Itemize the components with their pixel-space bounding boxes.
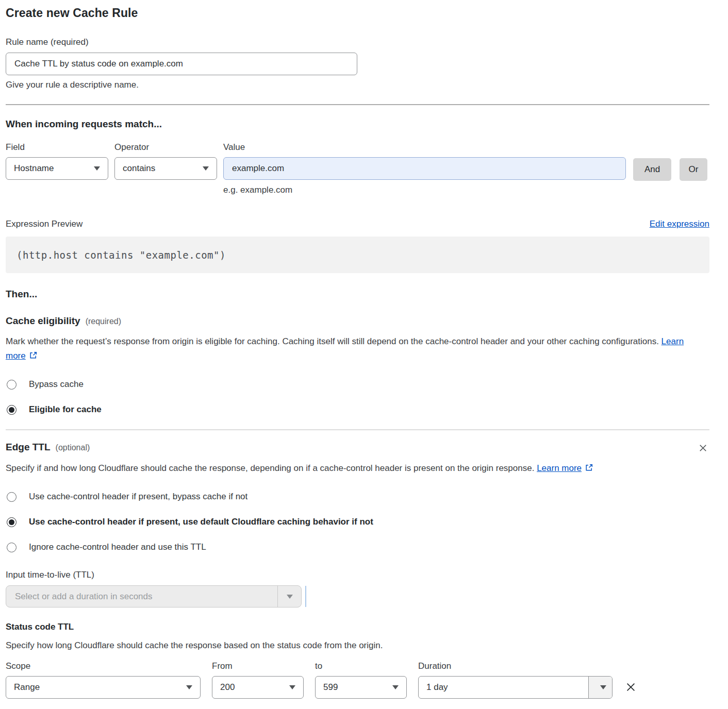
to-label: to	[315, 661, 407, 671]
from-select-value: 200	[220, 682, 235, 693]
or-button[interactable]: Or	[680, 158, 707, 181]
page-title: Create new Cache Rule	[6, 6, 709, 20]
scope-select-value: Range	[14, 682, 40, 693]
chevron-down-icon	[289, 685, 295, 689]
value-label: Value	[223, 142, 626, 153]
external-link-icon	[585, 462, 593, 477]
radio-option-ignore-header[interactable]: Ignore cache-control header and use this…	[6, 542, 709, 552]
operator-select-value: contains	[123, 163, 155, 174]
text-cursor	[305, 586, 306, 607]
radio-button[interactable]	[7, 543, 16, 552]
status-code-ttl-description: Specify how long Cloudflare should cache…	[6, 640, 709, 651]
radio-option-header-bypass[interactable]: Use cache-control header if present, byp…	[6, 492, 709, 502]
radio-label: Ignore cache-control header and use this…	[29, 542, 206, 552]
create-cache-rule-form: Create new Cache Rule Rule name (require…	[0, 0, 728, 709]
section-divider	[6, 429, 709, 430]
chevron-down-icon	[203, 166, 209, 171]
value-help: e.g. example.com	[223, 185, 626, 195]
edit-expression-link[interactable]: Edit expression	[650, 219, 709, 229]
remove-edge-ttl-button[interactable]	[697, 442, 709, 454]
and-button[interactable]: And	[633, 158, 671, 181]
radio-option-header-default[interactable]: Use cache-control header if present, use…	[6, 517, 709, 527]
rule-name-help: Give your rule a descriptive name.	[6, 80, 709, 90]
operator-label: Operator	[114, 142, 217, 153]
to-select-value: 599	[323, 682, 338, 693]
radio-button[interactable]	[7, 492, 16, 502]
to-select[interactable]: 599	[315, 676, 407, 699]
value-input[interactable]	[223, 157, 626, 180]
ttl-duration-select[interactable]: Select or add a duration in seconds	[6, 585, 302, 607]
chevron-down-icon	[94, 166, 100, 171]
field-label: Field	[6, 142, 108, 153]
required-tag: (required)	[86, 317, 121, 326]
external-link-icon	[29, 350, 38, 364]
expression-preview-label: Expression Preview	[6, 219, 82, 229]
chevron-down-icon	[186, 685, 192, 689]
scope-select[interactable]: Range	[6, 676, 201, 699]
chevron-down-icon[interactable]	[588, 677, 612, 698]
radio-option-bypass-cache[interactable]: Bypass cache	[6, 379, 709, 390]
ttl-duration-placeholder: Select or add a duration in seconds	[6, 586, 277, 607]
from-select[interactable]: 200	[212, 676, 304, 699]
edge-ttl-title: Edge TTL	[6, 442, 51, 453]
from-label: From	[212, 661, 304, 671]
field-select[interactable]: Hostname	[6, 157, 108, 180]
ttl-input-label: Input time-to-live (TTL)	[6, 570, 709, 580]
then-heading: Then...	[6, 289, 709, 300]
edge-ttl-description: Specify if and how long Cloudflare shoul…	[6, 461, 699, 477]
radio-option-eligible-for-cache[interactable]: Eligible for cache	[6, 404, 709, 415]
status-code-row: Scope Range From 200 to 599 Duration 1 d…	[6, 654, 709, 699]
operator-select[interactable]: contains	[114, 157, 217, 180]
chevron-down-icon	[277, 586, 301, 607]
expression-code: (http.host contains "example.com")	[16, 249, 226, 261]
rule-name-label: Rule name (required)	[6, 37, 709, 47]
duration-select[interactable]: 1 day	[418, 676, 613, 699]
learn-more-link[interactable]: Learn more	[537, 463, 582, 473]
status-code-ttl-title: Status code TTL	[6, 622, 709, 632]
remove-status-code-row-button[interactable]	[624, 680, 638, 694]
duration-label: Duration	[418, 661, 613, 671]
chevron-down-icon	[392, 685, 399, 689]
radio-label: Bypass cache	[29, 379, 84, 390]
radio-button-selected[interactable]	[7, 517, 16, 527]
optional-tag: (optional)	[56, 443, 90, 452]
radio-label: Eligible for cache	[29, 404, 102, 415]
field-select-value: Hostname	[14, 163, 54, 174]
section-divider	[6, 104, 709, 105]
match-builder-row: Field Hostname Operator contains Value e…	[6, 142, 709, 195]
expression-code-block: (http.host contains "example.com")	[6, 237, 709, 273]
scope-label: Scope	[6, 661, 201, 671]
match-heading: When incoming requests match...	[6, 119, 709, 130]
cache-eligibility-title: Cache eligibility	[6, 315, 80, 327]
radio-label: Use cache-control header if present, byp…	[29, 492, 247, 502]
cache-eligibility-description: Mark whether the request’s response from…	[6, 334, 699, 364]
radio-button-selected[interactable]	[7, 405, 16, 415]
rule-name-input[interactable]	[6, 53, 357, 75]
duration-select-value: 1 day	[419, 677, 588, 698]
radio-label: Use cache-control header if present, use…	[29, 517, 373, 527]
radio-button[interactable]	[7, 380, 16, 390]
